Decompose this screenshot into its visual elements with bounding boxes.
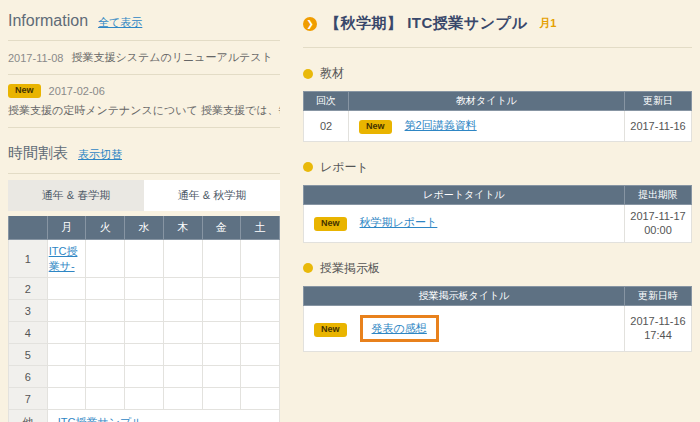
- period-label: 5: [9, 344, 48, 366]
- day-header-tue: 火: [86, 216, 125, 240]
- timetable-grid: 月 火 水 木 金 土 1 ITC授業サ- 2 3 4 5 6: [8, 216, 280, 422]
- section-title: 授業掲示板: [320, 260, 380, 277]
- report-header-row: レポートタイトル 提出期限: [304, 185, 692, 204]
- col-header-title: 授業掲示板タイトル: [304, 286, 625, 305]
- timetable-row: 6: [9, 366, 280, 388]
- period-label: 4: [9, 322, 48, 344]
- divider: [303, 47, 692, 48]
- col-header-updated: 更新日時: [625, 286, 692, 305]
- section-report: レポート: [303, 159, 692, 176]
- information-header: Information 全て表示: [8, 8, 280, 40]
- tab-spring-semester[interactable]: 通年 & 春学期: [8, 180, 144, 211]
- period-label: 1: [9, 240, 48, 278]
- new-badge: New: [314, 323, 347, 337]
- course-slot-tag: 月1: [539, 16, 556, 31]
- period-label: 7: [9, 388, 48, 410]
- corner-cell: [9, 216, 48, 240]
- period-label: 6: [9, 366, 48, 388]
- timetable-header-row: 月 火 水 木 金 土: [9, 216, 280, 240]
- left-column: Information 全て表示 2017-11-08 授業支援システムのリニュ…: [8, 8, 280, 422]
- section-title: レポート: [320, 159, 369, 176]
- news-item: New 2017-02-06 授業支援の定時メンテナンスについて 授業支援では、…: [8, 75, 280, 127]
- course-cell-link[interactable]: ITC授業サ-: [48, 242, 86, 276]
- course-title: 【秋学期】 ITC授業サンプル: [325, 14, 527, 33]
- board-table: 授業掲示板タイトル 更新日時 New 発表の感想 2017-11-16 17:4…: [303, 286, 692, 352]
- report-row: New 秋学期レポート 2017-11-17 00:00: [304, 204, 692, 242]
- board-header-row: 授業掲示板タイトル 更新日時: [304, 286, 692, 305]
- period-label: 2: [9, 278, 48, 300]
- other-course-link[interactable]: ITC授業サンプル: [58, 416, 143, 422]
- timetable-header: 時間割表 表示切替: [8, 128, 280, 173]
- new-badge: New: [314, 217, 347, 231]
- new-badge: New: [359, 120, 392, 134]
- day-header-fri: 金: [202, 216, 241, 240]
- information-title: Information: [8, 12, 88, 30]
- other-label: 他: [9, 410, 48, 422]
- new-badge: New: [8, 84, 41, 98]
- materials-header-row: 回次 教材タイトル 更新日: [304, 92, 692, 111]
- timetable-title: 時間割表: [8, 144, 68, 163]
- material-no: 02: [304, 111, 349, 142]
- timetable-row: 7: [9, 388, 280, 410]
- section-board: 授業掲示板: [303, 260, 692, 277]
- day-header-sat: 土: [241, 216, 280, 240]
- course-panel: ❯ 【秋学期】 ITC授業サンプル 月1 教材 回次 教材タイトル 更新日 02…: [303, 10, 692, 352]
- timetable-row: 4: [9, 322, 280, 344]
- timetable-row: 5: [9, 344, 280, 366]
- show-all-link[interactable]: 全て表示: [98, 15, 142, 30]
- board-updated-date: 2017-11-16: [625, 314, 691, 329]
- report-deadline-time: 00:00: [625, 223, 691, 238]
- day-header-wed: 水: [125, 216, 164, 240]
- bullet-dot-icon: [303, 162, 313, 172]
- news-body: 授業支援の定時メンテナンスについて 授業支援では、毎日 午前 ...: [8, 103, 280, 118]
- material-row: 02 New 第2回講義資料 2017-11-16: [304, 111, 692, 142]
- news-item: 2017-11-08 授業支援システムのリニューアルテスト: [8, 41, 280, 74]
- material-link[interactable]: 第2回講義資料: [405, 119, 477, 131]
- timetable-other-row: 他 ITC授業サンプル: [9, 410, 280, 422]
- chevron-right-icon: ❯: [303, 17, 317, 31]
- divider: [8, 173, 280, 174]
- board-row: New 発表の感想 2017-11-16 17:44: [304, 305, 692, 351]
- news-date: 2017-02-06: [49, 85, 105, 97]
- col-header-title: レポートタイトル: [304, 185, 625, 204]
- material-date: 2017-11-16: [625, 111, 692, 142]
- bullet-dot-icon: [303, 69, 313, 79]
- display-toggle-link[interactable]: 表示切替: [78, 147, 122, 162]
- section-materials: 教材: [303, 65, 692, 82]
- col-header-title: 教材タイトル: [349, 92, 625, 111]
- bullet-dot-icon: [303, 263, 313, 273]
- col-header-deadline: 提出期限: [625, 185, 692, 204]
- board-updated-time: 17:44: [625, 328, 691, 343]
- report-link[interactable]: 秋学期レポート: [360, 216, 438, 228]
- timetable-row: 3: [9, 300, 280, 322]
- report-deadline-date: 2017-11-17: [625, 209, 691, 224]
- materials-table: 回次 教材タイトル 更新日 02 New 第2回講義資料 2017-11-16: [303, 91, 692, 142]
- news-title: 授業支援システムのリニューアルテスト: [71, 50, 272, 65]
- tab-fall-semester[interactable]: 通年 & 秋学期: [144, 180, 280, 211]
- report-table: レポートタイトル 提出期限 New 秋学期レポート 2017-11-17 00:…: [303, 185, 692, 243]
- board-link[interactable]: 発表の感想: [372, 322, 427, 334]
- timetable-row: 1 ITC授業サ-: [9, 240, 280, 278]
- col-header-no: 回次: [304, 92, 349, 111]
- col-header-date: 更新日: [625, 92, 692, 111]
- section-title: 教材: [320, 65, 344, 82]
- period-label: 3: [9, 300, 48, 322]
- highlight-box: 発表の感想: [360, 315, 439, 342]
- course-header: ❯ 【秋学期】 ITC授業サンプル 月1: [303, 10, 692, 47]
- news-date: 2017-11-08: [8, 52, 63, 64]
- semester-tabs: 通年 & 春学期 通年 & 秋学期: [8, 180, 280, 211]
- timetable-row: 2: [9, 278, 280, 300]
- day-header-thu: 木: [163, 216, 202, 240]
- day-header-mon: 月: [47, 216, 86, 240]
